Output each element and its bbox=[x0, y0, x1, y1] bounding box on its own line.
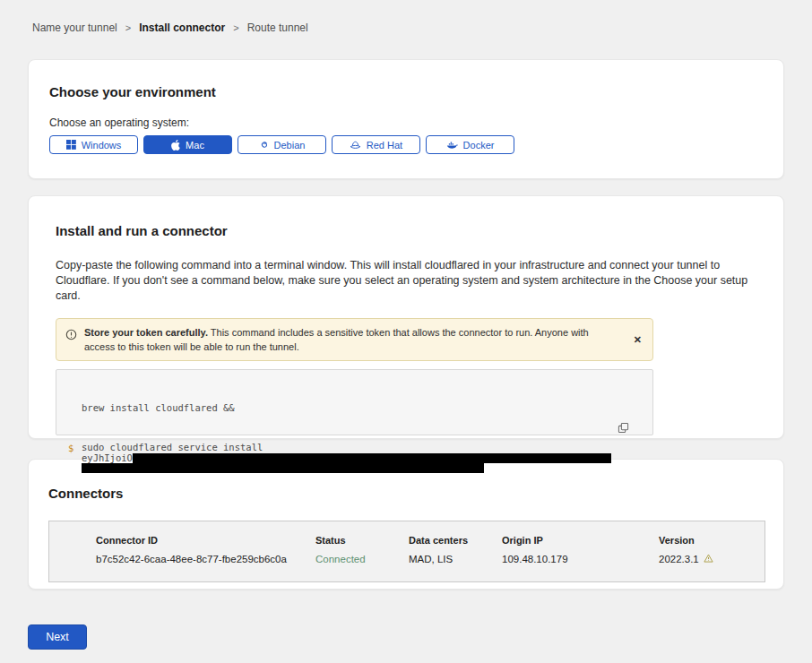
next-button[interactable]: Next bbox=[28, 624, 87, 650]
col-header-version: Version bbox=[659, 535, 764, 546]
connectors-table-header: Connector ID Status Data centers Origin … bbox=[96, 535, 764, 546]
code-line-brew: brew install cloudflared && bbox=[68, 402, 640, 413]
os-button-label: Debian bbox=[274, 140, 306, 151]
install-command-code-block: brew install cloudflared && $ sudo cloud… bbox=[56, 369, 653, 435]
breadcrumb-step-route-tunnel[interactable]: Route tunnel bbox=[247, 22, 308, 34]
debian-icon bbox=[259, 140, 269, 150]
os-button-docker[interactable]: Docker bbox=[426, 135, 514, 154]
install-card-title: Install and run a connector bbox=[56, 223, 756, 238]
info-circle-icon bbox=[65, 328, 77, 344]
token-visible-text: eyJhIjoiO bbox=[82, 452, 133, 463]
environment-card-title: Choose your environment bbox=[49, 84, 763, 99]
breadcrumb-step-name-your-tunnel[interactable]: Name your tunnel bbox=[32, 22, 117, 34]
redacted-token-bar bbox=[133, 453, 611, 463]
breadcrumb: Name your tunnel > Install connector > R… bbox=[0, 0, 812, 34]
copy-icon bbox=[591, 423, 629, 450]
os-button-debian[interactable]: Debian bbox=[238, 135, 326, 154]
copy-button[interactable] bbox=[589, 393, 631, 465]
col-header-connector-id: Connector ID bbox=[96, 535, 315, 546]
token-warning-bold: Store your token carefully. bbox=[84, 327, 208, 338]
token-warning-text: Store your token carefully. This command… bbox=[84, 325, 625, 354]
breadcrumb-step-install-connector[interactable]: Install connector bbox=[139, 22, 225, 34]
install-connector-card: Install and run a connector Copy-paste t… bbox=[28, 195, 784, 439]
choose-environment-card: Choose your environment Choose an operat… bbox=[28, 59, 784, 179]
breadcrumb-separator: > bbox=[233, 22, 238, 33]
os-select-label: Choose an operating system: bbox=[49, 116, 763, 129]
os-button-label: Red Hat bbox=[367, 140, 402, 151]
breadcrumb-separator: > bbox=[125, 22, 131, 33]
col-header-status: Status bbox=[315, 535, 409, 546]
connector-row: b7c52c42-6caa-48ee-8c77-fbe259cb6c0a Con… bbox=[96, 554, 764, 564]
col-header-data-centers: Data centers bbox=[409, 535, 502, 546]
os-button-mac[interactable]: Mac bbox=[143, 135, 232, 154]
os-button-group: Windows Mac Debian Red Hat Docker bbox=[49, 135, 763, 154]
origin-ip-value: 109.48.10.179 bbox=[502, 554, 659, 564]
os-button-redhat[interactable]: Red Hat bbox=[332, 135, 420, 154]
connectors-table: Connector ID Status Data centers Origin … bbox=[48, 521, 765, 582]
status-badge: Connected bbox=[315, 554, 409, 564]
data-centers-value: MAD, LIS bbox=[409, 554, 502, 564]
shell-prompt: $ bbox=[68, 443, 82, 474]
warning-triangle-icon bbox=[704, 554, 713, 564]
docker-icon bbox=[446, 140, 458, 150]
token-warning-banner: Store your token carefully. This command… bbox=[56, 318, 653, 361]
col-header-origin-ip: Origin IP bbox=[502, 535, 659, 546]
version-value: 2022.3.1 bbox=[659, 554, 699, 564]
close-icon[interactable]: ✕ bbox=[632, 333, 644, 347]
install-description: Copy-paste the following command into a … bbox=[56, 258, 765, 304]
apple-icon bbox=[171, 140, 180, 151]
redhat-icon bbox=[350, 140, 361, 150]
os-button-label: Mac bbox=[186, 140, 204, 151]
os-button-windows[interactable]: Windows bbox=[49, 135, 138, 154]
connector-id-value: b7c52c42-6caa-48ee-8c77-fbe259cb6c0a bbox=[96, 554, 315, 564]
windows-icon bbox=[66, 140, 76, 150]
code-line-service-install: sudo cloudflared service install bbox=[82, 442, 263, 452]
os-button-label: Docker bbox=[463, 140, 495, 151]
code-command-lines: sudo cloudflared service install eyJhIjo… bbox=[82, 443, 611, 474]
os-button-label: Windows bbox=[82, 140, 122, 151]
redacted-token-bar bbox=[82, 463, 484, 473]
